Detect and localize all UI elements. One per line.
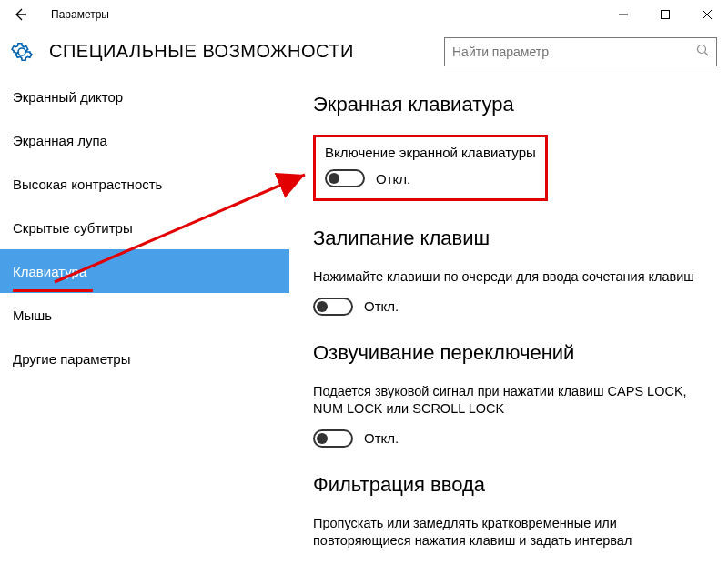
sidebar-item-label: Другие параметры	[13, 351, 131, 367]
content-pane: Экранная клавиатура Включение экранной к…	[289, 75, 728, 575]
sidebar-item-closed-captions[interactable]: Скрытые субтитры	[0, 206, 289, 249]
header: СПЕЦИАЛЬНЫЕ ВОЗМОЖНОСТИ	[0, 29, 728, 75]
maximize-icon	[661, 10, 670, 19]
sidebar-item-label: Экранная лупа	[13, 133, 107, 148]
sidebar-item-high-contrast[interactable]: Высокая контрастность	[0, 162, 289, 206]
section-heading-toggle-keys: Озвучивание переключений	[313, 341, 704, 365]
toggle-onscreen-keyboard[interactable]	[325, 169, 365, 187]
window-controls	[602, 0, 728, 29]
toggle-knob	[317, 301, 328, 312]
toggle-state-label: Откл.	[376, 171, 410, 187]
sidebar-item-keyboard[interactable]: Клавиатура	[0, 249, 289, 293]
option-label: Включение экранной клавиатуры	[325, 145, 536, 160]
minimize-icon	[619, 10, 628, 19]
search-box[interactable]	[444, 37, 717, 66]
svg-line-5	[705, 53, 709, 56]
sidebar-item-mouse[interactable]: Мышь	[0, 293, 289, 337]
svg-rect-1	[662, 11, 670, 19]
sidebar-item-label: Экранный диктор	[13, 89, 123, 105]
section-heading-onscreen-keyboard: Экранная клавиатура	[313, 93, 704, 116]
sidebar-item-other[interactable]: Другие параметры	[0, 337, 289, 380]
option-description: Пропускать или замедлять кратковременные…	[313, 515, 704, 550]
window-title: Параметры	[51, 8, 109, 21]
search-input[interactable]	[452, 45, 696, 59]
titlebar: Параметры	[0, 0, 728, 29]
close-button[interactable]	[686, 0, 728, 29]
svg-point-4	[698, 45, 706, 54]
section-heading-sticky-keys: Залипание клавиш	[313, 227, 704, 250]
sidebar-item-label: Высокая контрастность	[13, 177, 162, 192]
minimize-button[interactable]	[602, 0, 644, 29]
annotation-highlight-box: Включение экранной клавиатуры Откл.	[313, 135, 548, 201]
toggle-toggle-keys[interactable]	[313, 429, 353, 448]
toggle-state-label: Откл.	[364, 430, 399, 446]
option-description: Нажимайте клавиши по очереди для ввода с…	[313, 268, 704, 287]
section-heading-filter-keys: Фильтрация ввода	[313, 473, 704, 497]
search-icon	[696, 44, 709, 59]
page-title: СПЕЦИАЛЬНЫЕ ВОЗМОЖНОСТИ	[49, 41, 354, 62]
toggle-knob	[329, 173, 339, 184]
sidebar-item-label: Мышь	[13, 308, 52, 323]
toggle-sticky-keys[interactable]	[313, 298, 353, 316]
arrow-left-icon	[13, 7, 27, 22]
option-description: Подается звуковой сигнал при нажатии кла…	[313, 383, 704, 419]
sidebar-item-narrator[interactable]: Экранный диктор	[0, 75, 289, 118]
toggle-state-label: Откл.	[364, 298, 399, 314]
close-icon	[703, 10, 712, 19]
sidebar-item-magnifier[interactable]: Экранная лупа	[0, 118, 289, 162]
sidebar-item-label: Скрытые субтитры	[13, 220, 133, 236]
gear-icon	[11, 41, 33, 63]
sidebar-item-label: Клавиатура	[13, 264, 86, 279]
back-button[interactable]	[7, 2, 33, 27]
maximize-button[interactable]	[644, 0, 686, 29]
sidebar: Экранный диктор Экранная лупа Высокая ко…	[0, 75, 289, 575]
toggle-knob	[317, 433, 328, 444]
